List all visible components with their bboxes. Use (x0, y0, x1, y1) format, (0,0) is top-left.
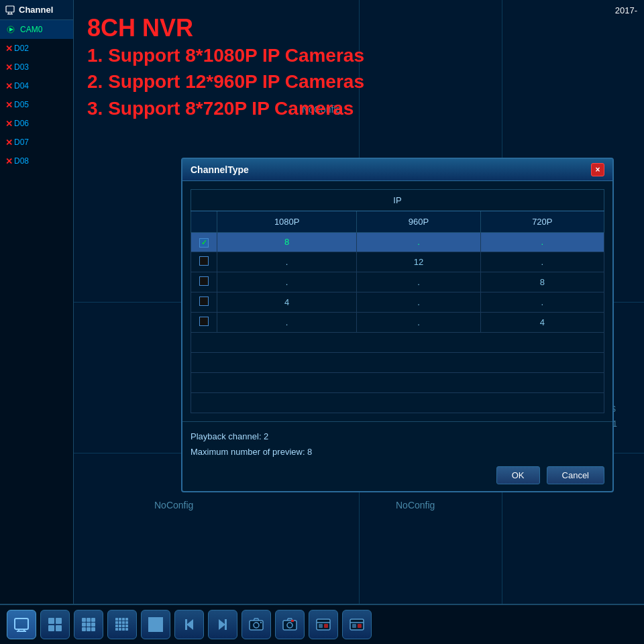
sidebar-item-d06[interactable]: ✕ D06 (0, 114, 73, 133)
x-mark-d02: ✕ (5, 44, 13, 54)
svg-rect-52 (319, 624, 323, 628)
checkbox-2[interactable] (191, 252, 217, 272)
back-button[interactable] (174, 610, 204, 639)
svg-rect-13 (56, 625, 62, 631)
checkbox-4[interactable] (191, 292, 217, 312)
expand-view-button[interactable] (141, 610, 170, 639)
col-1080p: 1080P (217, 211, 357, 233)
empty-row (191, 332, 604, 352)
checkbox-1[interactable]: ✓ (191, 233, 217, 252)
sidebar-item-cam0[interactable]: CAM0 (0, 20, 73, 39)
svg-rect-27 (115, 621, 118, 624)
checkbox-unchecked-icon (199, 256, 209, 266)
channel-table: IP 1080P 960P 720P ✓ 8 (191, 189, 604, 413)
svg-rect-39 (149, 618, 162, 631)
svg-rect-20 (82, 627, 86, 631)
sidebar-item-d08[interactable]: ✕ D08 (0, 152, 73, 170)
checkbox-unchecked-icon (199, 297, 209, 306)
row5-960p: . (357, 312, 480, 332)
table-row[interactable]: ✓ 8 . . (191, 233, 604, 252)
info-overlay: 8CH NVR 1. Support 8*1080P IP Cameras 2.… (87, 13, 364, 121)
table-row[interactable]: . . 8 (191, 272, 604, 292)
row3-960p: . (357, 272, 480, 292)
row4-1080p: 4 (217, 292, 357, 312)
timestamp: 2017- (615, 5, 637, 15)
svg-rect-14 (82, 618, 86, 622)
max-preview-text: Maximum number of preview: 8 (191, 444, 604, 460)
ok-button[interactable]: OK (496, 466, 540, 484)
row2-1080p: . (217, 252, 357, 272)
svg-marker-5 (9, 28, 13, 32)
taskbar (0, 604, 644, 644)
sidebar-item-d03[interactable]: ✕ D03 (0, 58, 73, 76)
dialog-buttons: OK Cancel (191, 466, 604, 484)
svg-rect-25 (122, 618, 125, 621)
expand-icon (148, 616, 164, 633)
sidebar-item-d07[interactable]: ✕ D07 (0, 133, 73, 152)
dialog-close-button[interactable]: × (591, 163, 604, 176)
checkbox-col-header (191, 211, 217, 233)
noconfig-3: NoConfig (396, 500, 435, 511)
svg-rect-0 (6, 6, 14, 12)
cam0-label: CAM0 (20, 25, 42, 34)
live-view-button[interactable] (7, 610, 36, 639)
sidebar-item-d04[interactable]: ✕ D04 (0, 76, 73, 95)
camera-manage-button[interactable] (241, 610, 271, 639)
x-mark-d08: ✕ (5, 156, 13, 166)
cancel-button[interactable]: Cancel (547, 466, 604, 484)
backup-icon (315, 616, 331, 633)
svg-marker-42 (219, 619, 225, 630)
row3-1080p: . (217, 272, 357, 292)
empty-row (191, 372, 604, 392)
row5-1080p: . (217, 312, 357, 332)
nine-view-button[interactable] (74, 610, 103, 639)
quad-view-button[interactable] (40, 610, 70, 639)
svg-rect-53 (324, 624, 328, 628)
svg-rect-6 (15, 619, 28, 629)
nine-view-icon (80, 616, 97, 633)
dialog-body: IP 1080P 960P 720P ✓ 8 (182, 181, 612, 421)
table-row[interactable]: . . 4 (191, 312, 604, 332)
backup-button[interactable] (309, 610, 338, 639)
quad-view-icon (47, 616, 63, 633)
svg-rect-15 (87, 618, 91, 622)
svg-rect-28 (119, 621, 121, 624)
x-mark-d04: ✕ (5, 81, 13, 91)
sidebar-item-d05[interactable]: ✕ D05 (0, 95, 73, 114)
monitor-icon (5, 5, 15, 15)
svg-rect-57 (358, 624, 362, 628)
back-arrow-icon (181, 616, 197, 633)
row4-720p: . (480, 292, 604, 312)
ptz-button[interactable] (275, 610, 305, 639)
record-button[interactable] (342, 610, 372, 639)
forward-button[interactable] (208, 610, 237, 639)
checkbox-3[interactable] (191, 272, 217, 292)
d02-label: D02 (14, 44, 29, 53)
close-icon: × (595, 165, 600, 174)
svg-rect-31 (115, 625, 118, 627)
live-view-icon (13, 616, 30, 633)
d04-label: D04 (14, 81, 29, 91)
noconfig-2: NoConfig (154, 500, 193, 511)
svg-rect-29 (122, 621, 125, 624)
forward-arrow-icon (215, 616, 231, 633)
svg-rect-19 (91, 623, 95, 627)
svg-rect-38 (125, 628, 128, 631)
row1-720p: . (480, 233, 604, 252)
channel-type-dialog: ChannelType × IP 1080P 960P 720P (181, 158, 614, 492)
sidebar-item-d02[interactable]: ✕ D02 (0, 39, 73, 58)
empty-row (191, 352, 604, 372)
svg-rect-35 (115, 628, 118, 631)
x-mark-d05: ✕ (5, 100, 13, 110)
sixteen-view-button[interactable] (107, 610, 137, 639)
svg-rect-21 (87, 627, 91, 631)
table-row[interactable]: . 12 . (191, 252, 604, 272)
camera-icon (248, 616, 264, 633)
checkbox-5[interactable] (191, 312, 217, 332)
svg-rect-23 (115, 618, 118, 621)
x-mark-d06: ✕ (5, 119, 13, 129)
svg-point-46 (260, 622, 262, 623)
svg-rect-34 (125, 625, 128, 627)
checkbox-unchecked-icon (199, 276, 209, 286)
table-row[interactable]: 4 . . (191, 292, 604, 312)
